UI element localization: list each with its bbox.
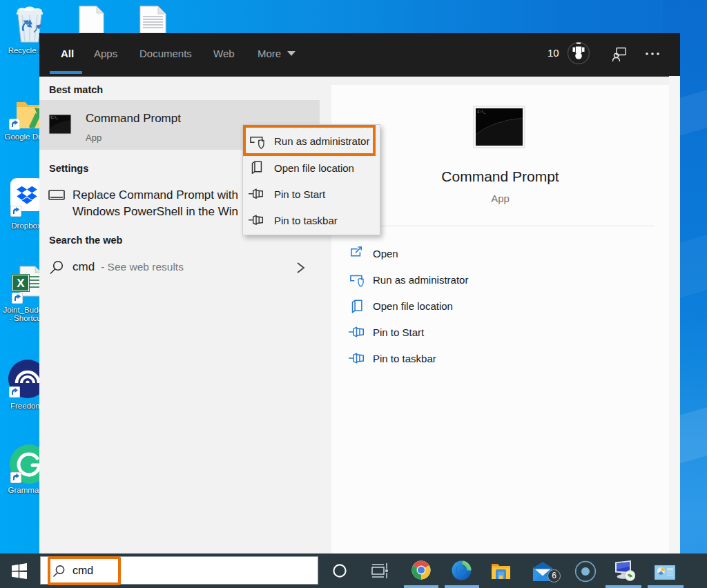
svg-text:C:\_: C:\_: [51, 116, 59, 119]
svg-text:X: X: [17, 277, 25, 290]
svg-text:C:\_: C:\_: [478, 110, 487, 115]
